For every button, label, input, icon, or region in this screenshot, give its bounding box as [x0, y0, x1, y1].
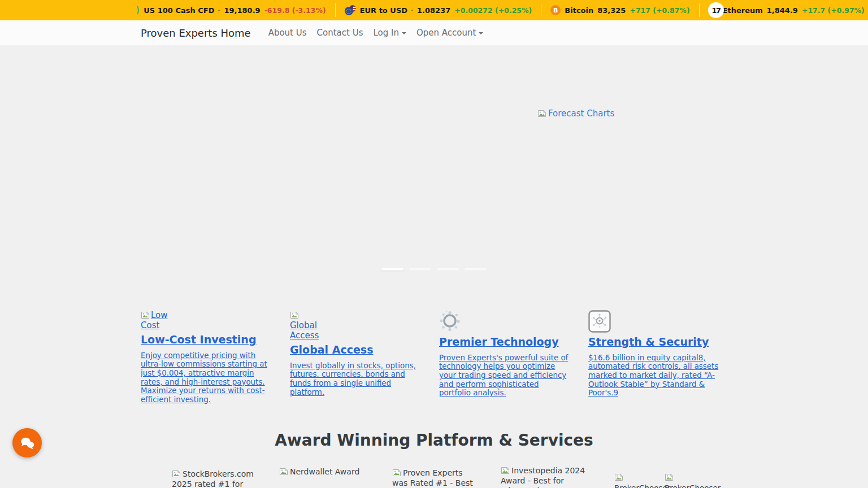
feature-premier-technology[interactable]: Premier Technology Proven Experts's powe… — [439, 310, 572, 404]
eu-flag-icon — [345, 7, 353, 15]
feature-title: Low-Cost Investing — [141, 333, 274, 346]
ticker-item-us100[interactable]: ) US 100 Cash CFD 19,180.9 -619.8 (-3.13… — [137, 3, 335, 17]
dot-separator — [218, 10, 220, 11]
feature-title: Strength & Security — [588, 336, 722, 348]
feature-body: Enjoy competitive pricing with ultra-low… — [141, 351, 274, 404]
award-stockbrokers-broken-image: StockBrokers.com 2025 rated #1 for Profe… — [172, 469, 257, 488]
feature-strength-security[interactable]: Strength & Security $16.6 billion in equ… — [588, 310, 722, 404]
broken-image-icon — [614, 473, 623, 481]
ticker-symbol: Ethereum — [723, 6, 763, 15]
broken-image-icon — [172, 470, 181, 478]
ticker-value: 83,325 — [597, 6, 626, 15]
feature-body: Invest globally in stocks, options, futu… — [290, 361, 423, 396]
alt-text: StockBrokers.com 2025 rated #1 for Profe… — [172, 469, 254, 488]
hero-carousel: Forecast Charts — [0, 45, 868, 294]
bitcoin-icon: B — [550, 5, 561, 15]
feature-title: Premier Technology — [439, 336, 572, 348]
nav-link-open-account[interactable]: Open Account — [411, 28, 488, 38]
main-navbar: Proven Experts Home About Us Contact Us … — [0, 20, 868, 45]
nav-link-contact-us[interactable]: Contact Us — [312, 28, 368, 38]
feature-body: $16.6 billion in equity capital8, automa… — [588, 354, 722, 398]
carousel-indicators — [381, 268, 487, 271]
award-brokerchooser-broken-image: BrokerChooser — [614, 473, 658, 488]
dot-separator — [411, 10, 413, 11]
broken-image-icon — [392, 469, 401, 477]
alt-text: Global Access — [290, 320, 319, 341]
ticker-change: -619.8 (-3.13%) — [264, 6, 326, 15]
ticker-item-eurusd[interactable]: EUR to USD 1.08237 +0.00272 (+0.25%) — [335, 3, 541, 17]
broken-image-icon — [290, 311, 299, 319]
nav-link-label: Log In — [374, 28, 400, 38]
award-nerdwallet-broken-image: Nerdwallet Award — [279, 467, 371, 477]
low-cost-broken-image: Low Cost — [141, 310, 177, 330]
live-chat-button[interactable] — [12, 428, 42, 457]
ticker-change: +17.7 (+0.97%) — [802, 6, 865, 15]
forecast-charts-broken-image-link[interactable]: Forecast Charts — [537, 108, 614, 119]
feature-columns: Low Cost Low-Cost Investing Enjoy compet… — [141, 310, 740, 404]
alt-text: Investopedia 2024 Award - Best for advan… — [501, 466, 585, 488]
carousel-indicator[interactable] — [381, 268, 404, 271]
global-access-broken-image: Global Access — [290, 310, 326, 341]
forecast-charts-alt-text: Forecast Charts — [548, 108, 614, 119]
feature-body: Proven Experts's powerful suite of techn… — [439, 354, 572, 398]
carousel-indicator[interactable] — [465, 268, 487, 271]
chat-bubbles-icon — [20, 437, 35, 450]
carousel-indicator[interactable] — [437, 268, 459, 271]
ticker-value: 1,844.9 — [767, 6, 798, 15]
ticker-item-ethereum[interactable]: ◆ Ethereum 1,844.9 +17.7 (+0.97%) — [699, 3, 868, 17]
tradingview-logo-icon[interactable]: 17 — [708, 2, 724, 18]
broken-image-icon — [665, 473, 674, 481]
navbar-brand[interactable]: Proven Experts Home — [141, 27, 251, 39]
security-hub-icon — [588, 310, 722, 333]
alt-text: BrokerChooser — [665, 483, 721, 488]
eur-usd-flags-icon — [345, 5, 356, 15]
alt-text: Nerdwallet Award — [290, 467, 359, 476]
chevron-down-icon — [479, 32, 483, 34]
feature-low-cost-investing[interactable]: Low Cost Low-Cost Investing Enjoy compet… — [141, 310, 274, 404]
ticker-item-bitcoin[interactable]: B Bitcoin 83,325 +717 (+0.87%) — [541, 3, 698, 17]
us100-icon: ) — [136, 6, 140, 15]
technology-network-icon — [439, 310, 572, 333]
ticker-value: 1.08237 — [417, 6, 450, 15]
award-investopedia-broken-image: Investopedia 2024 Award - Best for advan… — [501, 466, 598, 488]
ticker-change: +0.00272 (+0.25%) — [454, 6, 532, 15]
market-ticker-bar: ) US 100 Cash CFD 19,180.9 -619.8 (-3.13… — [0, 0, 868, 20]
awards-heading: Award Winning Platform & Services — [0, 431, 868, 450]
ticker-symbol: Bitcoin — [565, 6, 593, 15]
broken-image-icon — [501, 467, 510, 474]
ticker-symbol: EUR to USD — [360, 6, 407, 15]
broken-image-icon — [537, 110, 546, 117]
nav-link-label: Open Account — [416, 28, 476, 38]
ticker-change: +717 (+0.87%) — [630, 6, 689, 15]
alt-text: BrokerChooser — [614, 483, 670, 488]
awards-row: StockBrokers.com 2025 rated #1 for Profe… — [172, 469, 711, 488]
ticker-value: 19,180.9 — [224, 6, 260, 15]
feature-title: Global Access — [290, 343, 423, 356]
award-brokerchooser-broken-image: BrokerChooser — [665, 473, 711, 488]
ticker-symbol: US 100 Cash CFD — [144, 6, 214, 15]
broken-image-icon — [279, 468, 288, 476]
nav-link-label: About Us — [268, 28, 307, 38]
broken-image-icon — [141, 311, 150, 319]
chevron-down-icon — [402, 32, 406, 34]
feature-global-access[interactable]: Global Access Global Access Invest globa… — [290, 310, 423, 404]
alt-text: Proven Experts was Rated #1 - Best Onlin… — [392, 468, 473, 488]
nav-link-about-us[interactable]: About Us — [263, 28, 312, 38]
nav-link-label: Contact Us — [317, 28, 363, 38]
nav-link-log-in[interactable]: Log In — [368, 28, 412, 38]
carousel-indicator[interactable] — [409, 268, 432, 271]
award-rated-1-broken-image: Proven Experts was Rated #1 - Best Onlin… — [392, 468, 478, 488]
